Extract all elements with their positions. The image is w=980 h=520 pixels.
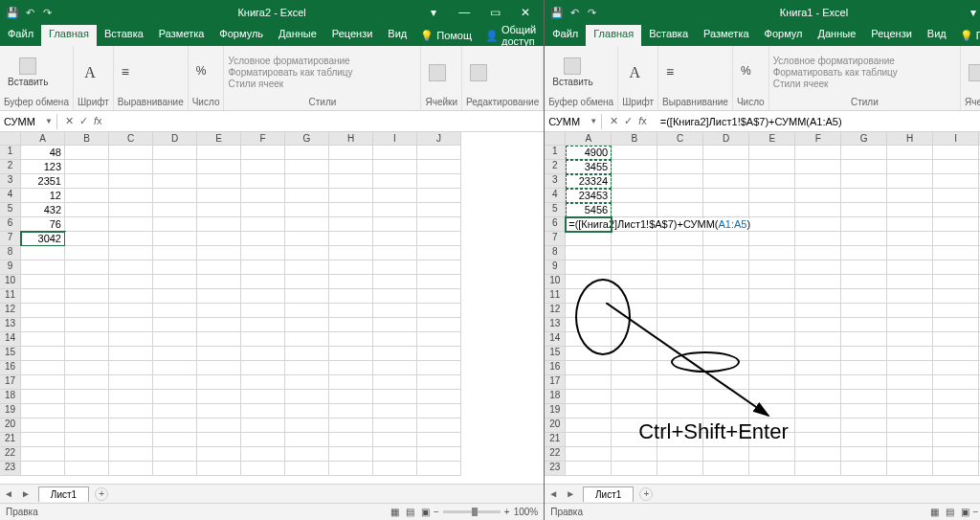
cell[interactable] bbox=[887, 174, 933, 189]
cell[interactable] bbox=[373, 390, 417, 404]
cell[interactable] bbox=[795, 189, 841, 203]
cell[interactable] bbox=[795, 146, 841, 160]
column-header[interactable]: C bbox=[657, 132, 703, 146]
cell[interactable] bbox=[612, 203, 657, 217]
cell[interactable] bbox=[566, 375, 612, 390]
row-header[interactable]: 1 bbox=[0, 146, 21, 160]
cell[interactable] bbox=[329, 275, 373, 289]
cell[interactable] bbox=[285, 390, 329, 404]
cell[interactable] bbox=[795, 332, 841, 347]
cell[interactable] bbox=[417, 304, 461, 318]
cell[interactable] bbox=[65, 160, 109, 174]
select-all-corner[interactable] bbox=[0, 132, 21, 146]
cell[interactable] bbox=[566, 289, 612, 304]
cells-group[interactable] bbox=[965, 62, 980, 83]
cell[interactable] bbox=[109, 174, 153, 189]
cell[interactable] bbox=[329, 246, 373, 260]
cell[interactable] bbox=[197, 375, 241, 390]
row-header[interactable]: 12 bbox=[0, 304, 21, 318]
cell[interactable] bbox=[197, 189, 241, 203]
cell[interactable] bbox=[109, 447, 153, 462]
cell[interactable] bbox=[373, 433, 417, 447]
cell[interactable] bbox=[109, 462, 153, 476]
row-header[interactable]: 14 bbox=[545, 332, 566, 347]
cell[interactable] bbox=[153, 289, 197, 304]
row-header[interactable]: 8 bbox=[545, 246, 566, 260]
cell[interactable] bbox=[933, 418, 979, 433]
cell[interactable] bbox=[241, 304, 285, 318]
cell[interactable] bbox=[703, 232, 749, 246]
cell[interactable] bbox=[65, 304, 109, 318]
cell[interactable] bbox=[703, 447, 749, 462]
cell[interactable] bbox=[373, 304, 417, 318]
cell[interactable] bbox=[285, 146, 329, 160]
cell[interactable] bbox=[65, 375, 109, 390]
cell[interactable] bbox=[153, 347, 197, 361]
cell[interactable] bbox=[197, 289, 241, 304]
name-box[interactable]: СУММ▼ bbox=[545, 114, 602, 129]
cell[interactable] bbox=[841, 304, 887, 318]
cell[interactable] bbox=[373, 347, 417, 361]
cell[interactable] bbox=[566, 433, 612, 447]
cell[interactable] bbox=[153, 318, 197, 332]
row-header[interactable]: 15 bbox=[545, 347, 566, 361]
cell[interactable] bbox=[657, 347, 703, 361]
cell[interactable] bbox=[795, 260, 841, 275]
cell[interactable] bbox=[887, 289, 933, 304]
row-header[interactable]: 13 bbox=[0, 318, 21, 332]
cell[interactable] bbox=[749, 390, 795, 404]
cell[interactable] bbox=[417, 246, 461, 260]
cell[interactable] bbox=[285, 275, 329, 289]
cell[interactable] bbox=[153, 232, 197, 246]
cell[interactable] bbox=[241, 246, 285, 260]
cell[interactable] bbox=[566, 246, 612, 260]
row-header[interactable]: 21 bbox=[545, 433, 566, 447]
cell[interactable] bbox=[285, 375, 329, 390]
cell[interactable] bbox=[285, 189, 329, 203]
ribbon-options-icon[interactable]: ▾ bbox=[959, 3, 980, 22]
cell[interactable] bbox=[329, 404, 373, 418]
cell[interactable] bbox=[329, 418, 373, 433]
sheet-area[interactable]: ABCDEFGHIJ148212332351412543267673042891… bbox=[0, 132, 544, 484]
cell[interactable] bbox=[417, 347, 461, 361]
zoom-control[interactable]: −+100% bbox=[434, 507, 538, 517]
cell[interactable] bbox=[417, 404, 461, 418]
cell[interactable]: 23453 bbox=[566, 189, 612, 203]
cell[interactable] bbox=[65, 232, 109, 246]
cell[interactable] bbox=[197, 390, 241, 404]
cell[interactable] bbox=[109, 189, 153, 203]
cell[interactable] bbox=[795, 361, 841, 375]
cell[interactable] bbox=[703, 347, 749, 361]
cell[interactable] bbox=[241, 332, 285, 347]
cell[interactable] bbox=[373, 318, 417, 332]
cell[interactable] bbox=[566, 318, 612, 332]
cell[interactable] bbox=[841, 217, 887, 232]
cell[interactable] bbox=[795, 160, 841, 174]
cell[interactable] bbox=[703, 275, 749, 289]
redo-icon[interactable]: ↷ bbox=[585, 6, 598, 19]
cell[interactable] bbox=[373, 447, 417, 462]
row-header[interactable]: 9 bbox=[545, 260, 566, 275]
cell[interactable] bbox=[197, 203, 241, 217]
cell[interactable] bbox=[65, 433, 109, 447]
cell[interactable] bbox=[887, 232, 933, 246]
cell[interactable] bbox=[887, 260, 933, 275]
cell[interactable] bbox=[657, 174, 703, 189]
undo-icon[interactable]: ↶ bbox=[568, 6, 581, 19]
cell[interactable] bbox=[657, 275, 703, 289]
cell[interactable] bbox=[241, 217, 285, 232]
tab-data[interactable]: Данные bbox=[811, 25, 864, 46]
cell[interactable] bbox=[841, 447, 887, 462]
cell[interactable] bbox=[703, 260, 749, 275]
cell[interactable] bbox=[241, 174, 285, 189]
cell[interactable] bbox=[749, 146, 795, 160]
cell[interactable] bbox=[612, 390, 657, 404]
row-header[interactable]: 5 bbox=[545, 203, 566, 217]
cell[interactable] bbox=[153, 260, 197, 275]
cell[interactable] bbox=[703, 318, 749, 332]
row-header[interactable]: 2 bbox=[0, 160, 21, 174]
tab-nav-next[interactable]: ► bbox=[562, 488, 579, 499]
row-header[interactable]: 11 bbox=[545, 289, 566, 304]
row-header[interactable]: 20 bbox=[0, 418, 21, 433]
cell[interactable] bbox=[285, 260, 329, 275]
